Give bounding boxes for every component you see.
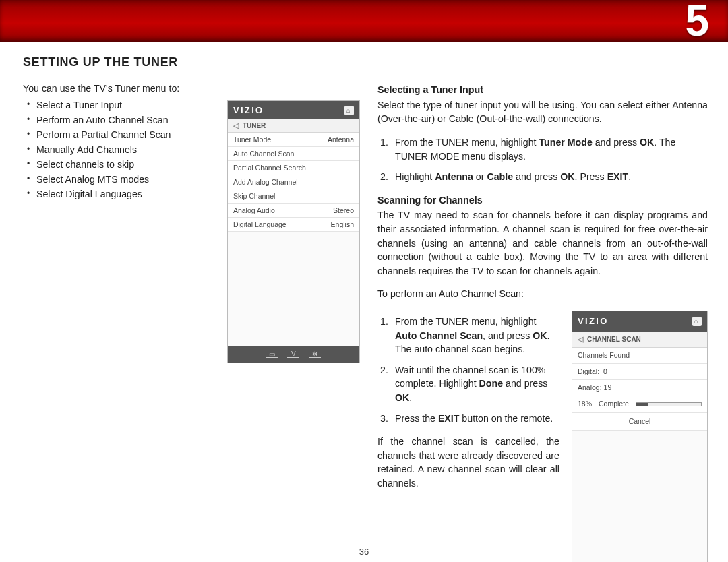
step-text-part: . [628,171,631,182]
step-text-part: . [409,392,412,403]
scan-tip: Cancel the channel scan. [572,559,707,562]
row-label: Partial Channel Search [233,164,306,172]
row-label: Digital: [578,367,599,375]
step-number: 1. [380,135,388,150]
scanning-steps-block: 1. From the TUNER menu, highlight Auto C… [377,311,559,500]
digital-count: 0 [603,367,607,375]
tuner-intro: You can use the TV's Tuner menu to: [23,82,214,96]
step-text-part: and press [513,171,560,182]
selecting-steps: 1. From the TUNER menu, highlight Tuner … [377,135,708,184]
vizio-tuner-menu: VIZIO ⌂ ◁ TUNER Tuner Mode Antenna Auto … [227,100,360,363]
step-bold: EXIT [607,171,629,182]
section-title: SETTING UP THE TUNER [23,55,708,69]
row-value: English [331,220,354,228]
list-item: Perform a Partial Channel Scan [23,129,214,140]
progress-bar [636,402,702,406]
step-1: 1. From the TUNER menu, highlight Tuner … [377,135,708,163]
step-number: 3. [380,412,388,426]
progress-percent: 18% [578,399,592,409]
analog-row: Analog: 19 [572,380,707,396]
chapter-number: 5 [685,0,709,46]
scanning-intro2: To perform an Auto Channel Scan: [377,287,708,301]
menu-row-digital-language[interactable]: Digital Language English [228,218,359,232]
row-label: Analog Audio [233,206,275,214]
row-label: Auto Channel Scan [233,150,294,158]
row-label: Analog: [578,383,602,392]
step-bold: Cable [487,171,513,182]
complete-label: Complete [599,399,629,409]
left-intro-block: You can use the TV's Tuner menu to: Sele… [23,82,214,204]
vizio-breadcrumb[interactable]: ◁ TUNER [228,119,359,133]
step-number: 2. [380,363,388,377]
step-bold: Tuner Mode [539,137,592,148]
menu-row-tuner-mode[interactable]: Tuner Mode Antenna [228,133,359,147]
footer-v-icon[interactable]: V [287,351,299,358]
step-text-part: Press the [395,413,438,424]
list-item: Perform an Auto Channel Scan [23,115,214,125]
menu-row-skip-channel[interactable]: Skip Channel [228,189,359,204]
page-body: SETTING UP THE TUNER You can use the TV'… [23,55,708,549]
step-bold: Auto Channel Scan [395,330,483,341]
step-2: 2. Highlight Antenna or Cable and press … [377,170,708,184]
step-text-part: From the TUNER menu, highlight [395,316,536,327]
footer-pip-icon[interactable]: ▭ [266,351,278,358]
row-label: Add Analog Channel [233,178,298,186]
vizio-menu-footer: ▭ V ✻ [228,346,359,363]
step-1: 1. From the TUNER menu, highlight Auto C… [377,315,559,356]
home-icon[interactable]: ⌂ [692,317,702,326]
step-bold: Done [479,378,503,389]
step-text-part: From the TUNER menu, highlight [395,137,539,148]
digital-row: Digital: 0 [572,364,707,380]
step-2: 2. Wait until the channel scan is 100% c… [377,363,559,405]
step-text-part: , and press [483,330,533,341]
vizio-menu-header: VIZIO ⌂ [228,101,359,119]
list-item: Select Digital Languages [23,189,214,199]
row-label: Channels Found [578,350,630,361]
step-text-part: Highlight [395,171,435,182]
channels-found-row: Channels Found [572,348,707,364]
step-bold: Antenna [435,171,473,182]
back-icon[interactable]: ◁ [578,334,583,345]
footer-gear-icon[interactable]: ✻ [309,351,321,358]
vizio-brand: VIZIO [578,315,609,328]
step-text-part: button on the remote. [459,413,553,424]
page-number: 36 [0,547,728,557]
menu-row-auto-scan[interactable]: Auto Channel Scan [228,147,359,161]
chapter-banner: 5 [0,0,728,42]
breadcrumb-label: CHANNEL SCAN [587,335,641,345]
row-value: Stereo [333,206,354,214]
list-item: Manually Add Channels [23,144,214,155]
step-bold: OK [395,392,409,403]
step-3: 3. Press the EXIT button on the remote. [377,412,559,426]
step-text-part: and press [593,137,640,148]
row-value: Antenna [328,135,354,144]
scanning-steps: 1. From the TUNER menu, highlight Auto C… [377,315,559,425]
step-text-part: or [473,171,487,182]
subhead-selecting-tuner: Selecting a Tuner Input [377,83,708,97]
selecting-intro-para: Select the type of tuner input you will … [377,98,708,126]
list-item: Select a Tuner Input [23,100,214,111]
analog-count: 19 [604,383,612,392]
back-icon[interactable]: ◁ [233,121,239,130]
step-bold: OK [533,330,547,341]
step-text-part: . Press [575,171,607,182]
scanning-para2: If the channel scan is cancelled, the ch… [377,435,559,490]
vizio-menu-header: VIZIO ⌂ [572,311,707,332]
step-bold: OK [640,137,654,148]
home-icon[interactable]: ⌂ [344,106,354,115]
tuner-capabilities-list: Select a Tuner Input Perform an Auto Cha… [23,100,214,199]
breadcrumb-label: TUNER [243,122,266,129]
menu-row-add-analog[interactable]: Add Analog Channel [228,175,359,189]
step-text-part: and press [503,378,547,389]
vizio-breadcrumb[interactable]: ◁ CHANNEL SCAN [572,332,707,348]
step-number: 2. [380,170,388,184]
menu-row-partial-search[interactable]: Partial Channel Search [228,161,359,175]
vizio-scan-menu: VIZIO ⌂ ◁ CHANNEL SCAN Channels Found Di… [572,311,708,562]
list-item: Select Analog MTS modes [23,174,214,185]
cancel-button[interactable]: Cancel [572,413,707,431]
vizio-brand: VIZIO [233,105,264,115]
scanning-para1: The TV may need to scan for channels bef… [377,208,708,278]
right-column: Selecting a Tuner Input Select the type … [377,82,708,562]
menu-row-analog-audio[interactable]: Analog Audio Stereo [228,204,359,218]
step-number: 1. [380,315,388,329]
